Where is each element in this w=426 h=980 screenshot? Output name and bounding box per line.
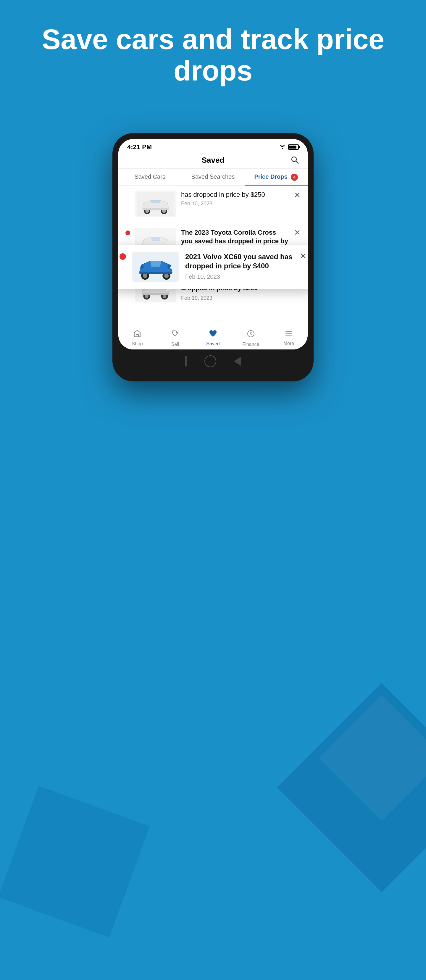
svg-point-11 [164, 274, 168, 278]
sell-icon [171, 329, 179, 340]
app-title: Saved [202, 156, 224, 165]
price-drops-badge: 4 [291, 174, 298, 181]
svg-rect-19 [167, 242, 169, 243]
nav-label-more: More [283, 341, 294, 346]
android-home-button[interactable] [204, 355, 216, 367]
peeking-car-image [135, 191, 176, 217]
svg-rect-12 [170, 267, 172, 269]
svg-rect-25 [143, 289, 145, 291]
svg-rect-26 [166, 289, 169, 291]
svg-point-28 [176, 331, 178, 333]
peeking-title: has dropped in price by $250 [181, 191, 289, 199]
phone-mockup: 4:21 PM Saved [113, 133, 313, 382]
close-button-2[interactable]: ✕ [294, 228, 300, 237]
battery-icon [288, 145, 299, 150]
status-bar: 4:21 PM [118, 139, 308, 153]
nav-item-more[interactable]: More [270, 329, 308, 347]
svg-rect-18 [142, 242, 145, 243]
more-icon [285, 329, 293, 339]
phone-home-bar [118, 350, 308, 375]
wifi-icon [279, 144, 286, 151]
item-date-3: Feb 10, 2023 [181, 295, 289, 301]
nav-label-saved: Saved [206, 341, 219, 347]
nav-label-finance: Finance [243, 342, 259, 347]
svg-line-1 [296, 161, 298, 163]
nav-label-shop: Shop [132, 341, 143, 347]
saved-icon [209, 329, 217, 339]
notification-card: 2021 Volvo XC60 you saved has dropped in… [118, 245, 308, 289]
tab-price-drops[interactable]: Price Drops 4 [245, 169, 308, 186]
notification-date: Feb 10, 2023 [185, 274, 294, 280]
notification-title: 2021 Volvo XC60 you saved has dropped in… [185, 252, 294, 270]
android-back-button[interactable] [234, 356, 241, 366]
finance-icon: $ [247, 329, 255, 340]
phone-screen: 4:21 PM Saved [118, 139, 308, 350]
svg-rect-27 [136, 334, 138, 337]
status-icons [279, 144, 299, 151]
notification-dot [119, 253, 126, 260]
app-header: Saved [118, 153, 308, 169]
peeking-content: has dropped in price by $250 Feb 10, 202… [181, 191, 289, 207]
nav-item-sell[interactable]: Sell [156, 329, 194, 347]
peeking-date: Feb 10, 2023 [181, 200, 289, 207]
tab-saved-cars[interactable]: Saved Cars [118, 169, 181, 186]
unread-dot-2 [126, 231, 130, 235]
content-area: has dropped in price by $250 Feb 10, 202… [118, 186, 308, 350]
notification-car-image [132, 252, 179, 282]
peeking-price-drop-item: has dropped in price by $250 Feb 10, 202… [118, 186, 308, 222]
svg-point-9 [143, 274, 147, 278]
hero-title: Save cars and track price drops [0, 24, 426, 86]
bottom-nav: Shop Sell [118, 326, 308, 350]
empty-space [118, 308, 308, 326]
phone-frame: 4:21 PM Saved [113, 133, 313, 382]
notification-content: 2021 Volvo XC60 you saved has dropped in… [185, 252, 294, 280]
search-button[interactable] [291, 156, 299, 165]
svg-text:$: $ [250, 332, 252, 336]
status-time: 4:21 PM [127, 143, 152, 151]
nav-label-sell: Sell [171, 342, 179, 347]
nav-item-saved[interactable]: Saved [194, 329, 232, 347]
peeking-close-button[interactable]: ✕ [294, 191, 300, 200]
android-recent-button[interactable] [185, 356, 187, 367]
notification-close-button[interactable]: ✕ [300, 252, 307, 260]
tabs-bar: Saved Cars Saved Searches Price Drops 4 [118, 169, 308, 186]
tab-saved-searches[interactable]: Saved Searches [181, 169, 244, 186]
shop-icon [133, 329, 141, 339]
nav-item-finance[interactable]: $ Finance [232, 329, 270, 347]
nav-item-shop[interactable]: Shop [118, 329, 156, 347]
